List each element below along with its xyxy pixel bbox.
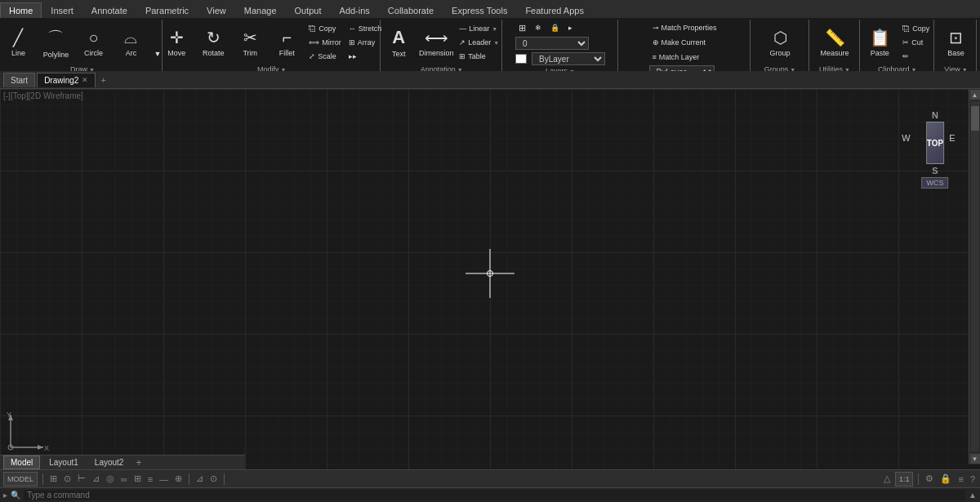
layer-lock-button[interactable]: 🔒: [547, 21, 563, 34]
layer-linetype-select[interactable]: ByLayer: [532, 52, 605, 65]
scroll-down-button[interactable]: ▼: [970, 454, 980, 464]
clipboard-copy-icon: ⿻: [902, 24, 910, 33]
leader-icon: ↗: [459, 38, 466, 47]
draw-tools: ╱ Line ⌒ Polyline ○ Circle ⌓ Arc ▼: [0, 21, 164, 64]
viewcube-compass: N W TOP E S WCS: [900, 110, 970, 189]
ortho-toggle[interactable]: ⊢: [76, 473, 87, 484]
text-button[interactable]: A Text: [381, 21, 416, 64]
tab-output[interactable]: Output: [286, 2, 331, 18]
tab-close-icon[interactable]: ✕: [82, 76, 88, 84]
viewcube-w: W: [900, 133, 923, 143]
layout1-tab[interactable]: Layout1: [42, 455, 86, 469]
modify-more[interactable]: ▸▸: [345, 50, 385, 63]
match-layer-button[interactable]: ≡ Match Layer: [649, 51, 703, 64]
copy-label: Copy: [318, 24, 336, 33]
model-status[interactable]: MODEL: [3, 472, 38, 486]
circle-button[interactable]: ○ Circle: [75, 21, 111, 64]
tab-manage[interactable]: Manage: [235, 2, 286, 18]
cut-label: Cut: [911, 38, 923, 47]
snap-toggle[interactable]: ⊙: [62, 473, 73, 484]
measure-button[interactable]: 📏 Measure: [817, 21, 853, 64]
layer-more[interactable]: ▸: [565, 21, 576, 34]
tab-addins[interactable]: Add-ins: [331, 2, 379, 18]
cut-button[interactable]: ✂ Cut: [899, 36, 933, 49]
array-button[interactable]: ⊞ Array: [345, 36, 385, 49]
group-button[interactable]: ⬡ Group: [762, 21, 798, 64]
layer-freeze-button[interactable]: ❄: [532, 21, 545, 34]
rotate-button[interactable]: ↻ Rotate: [195, 21, 231, 64]
tab-bar: Start Drawing2 ✕ +: [0, 71, 980, 89]
anno-scale-icon[interactable]: △: [882, 473, 892, 484]
lock-icon[interactable]: 🔒: [938, 473, 953, 484]
viewcube-wcs[interactable]: WCS: [921, 177, 948, 189]
make-current-button[interactable]: ⊕ Make Current: [649, 36, 710, 49]
sc-toggle[interactable]: ⊙: [208, 473, 219, 484]
linear-button[interactable]: — Linear ▼: [456, 22, 502, 35]
paste-button[interactable]: 📋 Paste: [862, 21, 898, 64]
table-button[interactable]: ⊞ Table: [456, 50, 502, 63]
viewcube[interactable]: N W TOP E S WCS: [906, 110, 964, 208]
clipboard-copy-button[interactable]: ⿻ Copy: [899, 22, 933, 35]
dimension-button[interactable]: ⟷ Dimension: [418, 21, 454, 64]
move-button[interactable]: ✛ Move: [158, 21, 194, 64]
tab-home[interactable]: Home: [0, 2, 42, 18]
otrack-toggle[interactable]: ∞: [119, 474, 129, 484]
format-painter-button[interactable]: ✏: [899, 50, 933, 63]
scroll-up-button[interactable]: ▲: [970, 90, 980, 100]
help-icon[interactable]: ?: [969, 474, 977, 484]
line-button[interactable]: ╱ Line: [0, 21, 36, 64]
osnap-toggle[interactable]: ◎: [105, 473, 116, 484]
tab-collaborate[interactable]: Collaborate: [379, 2, 443, 18]
scale-button[interactable]: ⤢ Scale: [305, 50, 345, 63]
tab-start[interactable]: Start: [3, 73, 35, 87]
tab-express[interactable]: Express Tools: [443, 2, 516, 18]
scale-label: Scale: [318, 52, 336, 60]
leader-button[interactable]: ↗ Leader ▼: [456, 36, 502, 49]
layout2-tab[interactable]: Layout2: [87, 455, 131, 469]
base-view-button[interactable]: ⊡ Base: [938, 21, 974, 64]
tab-view[interactable]: View: [198, 2, 235, 18]
command-line[interactable]: ▸ 🔍 ▲: [0, 487, 980, 502]
fillet-button[interactable]: ⌐ Fillet: [269, 21, 305, 64]
mirror-button[interactable]: ⟺ Mirror: [305, 36, 345, 49]
tab-featured[interactable]: Featured Apps: [516, 2, 593, 18]
layer-properties-button[interactable]: ⊞: [515, 21, 529, 34]
scroll-track[interactable]: [971, 102, 979, 451]
polyline-button[interactable]: ⌒ Polyline: [38, 21, 74, 64]
layer-color-row: ByLayer: [515, 52, 605, 65]
polar-toggle[interactable]: ⊿: [91, 473, 101, 484]
workspace-icon[interactable]: ⚙: [924, 473, 935, 484]
tab-insert[interactable]: Insert: [42, 2, 82, 18]
add-layout-button[interactable]: +: [132, 455, 145, 470]
scroll-thumb[interactable]: [971, 106, 979, 131]
viewcube-cube[interactable]: TOP: [926, 122, 944, 164]
stretch-button[interactable]: ↔ Stretch: [345, 22, 385, 35]
grid-toggle[interactable]: ⊞: [48, 473, 59, 484]
settings-icon[interactable]: ≡: [956, 474, 964, 484]
model-tab[interactable]: Model: [3, 455, 40, 469]
canvas-area[interactable]: [0, 89, 969, 469]
arc-button[interactable]: ⌓ Arc: [113, 21, 149, 64]
layer-select[interactable]: 0: [515, 37, 589, 50]
trim-button[interactable]: ✂ Trim: [232, 21, 268, 64]
copy-button[interactable]: ⿻ Copy: [305, 22, 345, 35]
tp-toggle[interactable]: ⊕: [173, 473, 184, 484]
ducs-toggle[interactable]: ⊞: [132, 473, 143, 484]
leader-label: Leader: [468, 38, 491, 47]
cmd-search-icon[interactable]: 🔍: [11, 491, 20, 500]
linear-label: Linear: [469, 24, 489, 33]
tab-parametric[interactable]: Parametric: [136, 2, 198, 18]
viewcube-top: TOP: [927, 139, 943, 148]
lw-toggle[interactable]: —: [158, 474, 170, 484]
match-properties-button[interactable]: ⊸ Match Properties: [649, 21, 720, 34]
dyn-toggle[interactable]: ≡: [146, 474, 154, 484]
qp-toggle[interactable]: ⊿: [194, 473, 205, 484]
tab-annotate[interactable]: Annotate: [82, 2, 136, 18]
right-scrollbar[interactable]: ▲ ▼: [969, 89, 980, 464]
group-label: Group: [770, 49, 791, 57]
cmd-expand-icon[interactable]: ▲: [969, 491, 977, 500]
tab-drawing2[interactable]: Drawing2 ✕: [37, 73, 96, 87]
zoom-level[interactable]: 1:1: [895, 472, 914, 486]
tab-add-button[interactable]: +: [97, 73, 109, 87]
cmd-input[interactable]: [24, 490, 965, 500]
